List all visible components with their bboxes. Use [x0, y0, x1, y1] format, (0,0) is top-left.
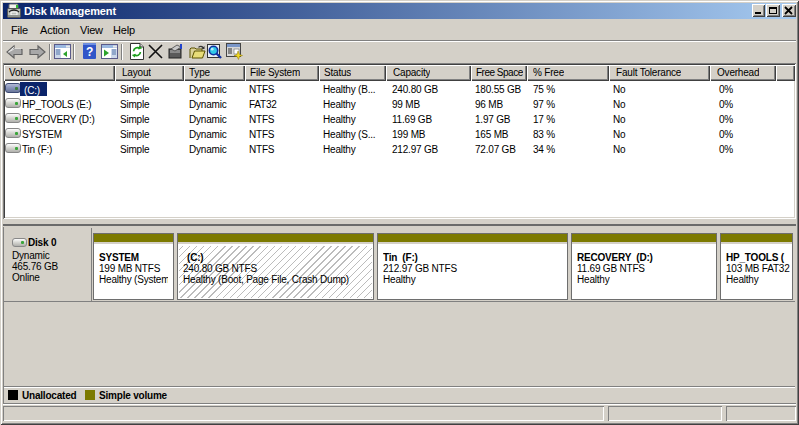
svg-text:?: ? — [86, 45, 93, 59]
